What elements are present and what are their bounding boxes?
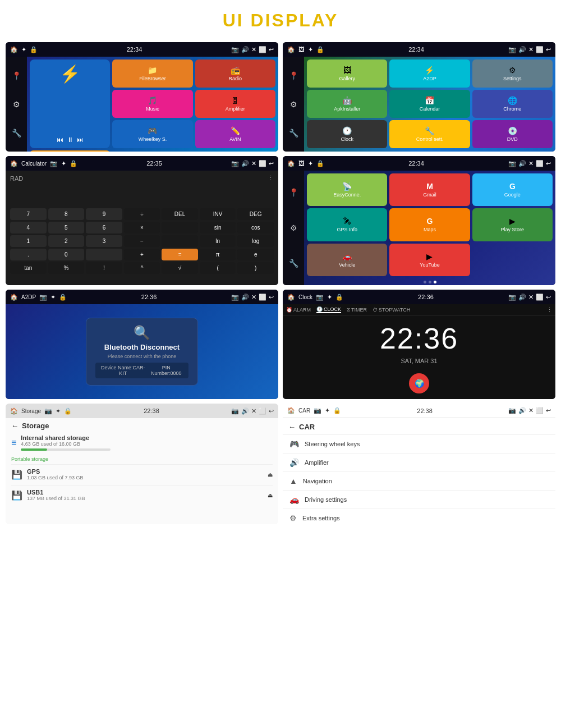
clock-fab-button[interactable]: 🌍 (409, 373, 429, 393)
calc-btn-pi[interactable]: π (200, 249, 236, 260)
close-icon-5[interactable]: ✕ (251, 294, 256, 301)
back-icon-8[interactable]: ↩ (546, 407, 551, 414)
location-icon-2[interactable]: 📍 (289, 71, 298, 80)
app-tile-playstore[interactable]: ▶ Play Store (472, 208, 553, 241)
app-tile-filebrowser[interactable]: 📁 FileBrowser (112, 59, 192, 88)
home-icon-2[interactable]: 🏠 (287, 46, 295, 53)
close-icon-8[interactable]: ✕ (528, 407, 534, 414)
app-tile-chrome[interactable]: 🌐 Chrome (472, 90, 553, 118)
app-tile-amplifier[interactable]: 🎛 Amplifier (195, 90, 275, 118)
calc-btn-e[interactable]: e (237, 249, 274, 260)
app-tile-calendar[interactable]: 📅 Calendar (389, 90, 470, 118)
usb1-eject-icon[interactable]: ⏏ (268, 492, 273, 498)
home-icon-6[interactable]: 🏠 (287, 294, 295, 301)
back-icon-4[interactable]: ↩ (546, 160, 551, 167)
car-menu-amplifier[interactable]: 🔊 Amplifier (283, 454, 555, 472)
calc-btn-inv[interactable]: INV (200, 208, 236, 220)
close-icon-3[interactable]: ✕ (251, 160, 256, 167)
calc-btn-3[interactable]: 3 (86, 235, 122, 247)
back-icon-7[interactable]: ↩ (269, 408, 274, 415)
app-tile-radio[interactable]: 📻 Radio (195, 59, 275, 88)
gear-icon-2[interactable]: 🔧 (289, 129, 298, 138)
home-icon-8[interactable]: 🏠 (287, 407, 295, 414)
settings-sliders-icon[interactable]: ⚙ (13, 100, 20, 109)
close-icon-4[interactable]: ✕ (528, 160, 534, 167)
location-icon[interactable]: 📍 (12, 71, 21, 80)
calc-btn-ln[interactable]: ln (200, 235, 236, 247)
calc-btn-0[interactable]: 0 (48, 249, 85, 260)
calc-btn-lparen[interactable]: ( (200, 262, 236, 274)
calc-btn-fact[interactable]: ! (86, 262, 122, 274)
app-tile-clock[interactable]: 🕐 Clock (307, 120, 387, 148)
close-icon-2[interactable]: ✕ (528, 46, 534, 53)
car-menu-steering[interactable]: 🎮 Steering wheel keys (283, 435, 555, 454)
tab-stopwatch[interactable]: ⏱STOPWATCH (373, 307, 410, 313)
calc-btn-cos[interactable]: cos (237, 222, 274, 233)
home-icon-3[interactable]: 🏠 (10, 160, 18, 167)
app-tile-dvd[interactable]: 💿 DVD (472, 120, 553, 148)
home-icon-7[interactable]: 🏠 (10, 408, 18, 415)
tab-alarm[interactable]: ⏰ALARM (286, 307, 311, 313)
app-tile-bluetooth[interactable]: ⚡ ⏮ ⏸ ⏭ (30, 59, 110, 148)
window-icon-4[interactable]: ⬜ (536, 160, 544, 167)
app-tile-easyconnect[interactable]: 📡 EasyConne. (307, 173, 387, 206)
tab-clock[interactable]: 🕐CLOCK (316, 306, 341, 313)
calc-btn-log[interactable]: log (237, 235, 274, 247)
car-menu-extra[interactable]: ⚙ Extra settings (283, 509, 555, 524)
home-icon-4[interactable]: 🏠 (287, 160, 295, 167)
app-tile-apkinstaller[interactable]: 🤖 ApkInstaller (307, 90, 387, 118)
calc-btn-8[interactable]: 8 (48, 208, 85, 220)
calc-menu-icon[interactable]: ⋮ (268, 175, 274, 182)
app-tile-control-settings[interactable]: 🔧 Control sett. (389, 120, 470, 148)
gear-icon-4[interactable]: 🔧 (289, 259, 298, 268)
app-tile-a2dp[interactable]: ⚡ A2DP (389, 59, 470, 88)
calc-btn-sqrt[interactable]: √ (162, 262, 198, 274)
car-back-arrow[interactable]: ← (288, 423, 296, 431)
car-menu-driving[interactable]: 🚗 Driving settings (283, 491, 555, 509)
calc-btn-sin[interactable]: sin (200, 222, 236, 233)
close-icon-7[interactable]: ✕ (251, 408, 256, 415)
app-tile-wheelkey[interactable]: 🎮 Wheelkey S. (112, 120, 192, 148)
app-tile-gpsinfo[interactable]: 🛰 GPS Info (307, 208, 387, 241)
calc-btn-pow[interactable]: ^ (124, 262, 160, 274)
back-icon-2[interactable]: ↩ (546, 46, 551, 53)
calc-btn-9[interactable]: 9 (86, 208, 122, 220)
app-tile-settings[interactable]: ⚙ Settings (472, 59, 553, 88)
back-icon-5[interactable]: ↩ (269, 294, 274, 301)
window-icon-3[interactable]: ⬜ (259, 160, 266, 167)
back-icon-6[interactable]: ↩ (546, 294, 551, 301)
back-arrow-icon[interactable]: ← (11, 422, 19, 430)
calc-btn-2[interactable]: 2 (48, 235, 85, 247)
app-tile-vehicle[interactable]: 🚗 Vehicle (307, 244, 387, 276)
calc-btn-deg[interactable]: DEG (237, 208, 274, 220)
calc-btn-5[interactable]: 5 (48, 222, 85, 233)
storage-back[interactable]: ← Storage (11, 422, 273, 430)
app-tile-gallery[interactable]: 🖼 Gallery (307, 59, 387, 88)
app-tile-gmail[interactable]: M Gmail (389, 173, 470, 206)
window-icon-7[interactable]: ⬜ (259, 408, 266, 415)
app-tile-calculator[interactable]: 🔢 Calculator (30, 150, 110, 152)
calc-btn-sub[interactable]: − (124, 235, 160, 247)
tab-timer[interactable]: ⧖TIMER (347, 307, 367, 313)
calc-btn-rparen[interactable]: ) (237, 262, 274, 274)
window-icon-8[interactable]: ⬜ (536, 407, 544, 414)
calc-btn-div[interactable]: ÷ (124, 208, 160, 220)
close-icon-6[interactable]: ✕ (528, 294, 534, 301)
gps-eject-icon[interactable]: ⏏ (268, 471, 273, 478)
app-tile-avin[interactable]: ✏️ AVIN (195, 120, 275, 148)
window-icon[interactable]: ⬜ (259, 46, 266, 53)
app-tile-youtube[interactable]: ▶ YouTube (389, 244, 470, 276)
home-icon[interactable]: 🏠 (10, 46, 18, 53)
calc-btn-add[interactable]: + (124, 249, 160, 260)
calc-btn-mul[interactable]: × (124, 222, 160, 233)
calc-btn-eq[interactable]: = (162, 249, 198, 260)
home-icon-5[interactable]: 🏠 (10, 294, 18, 301)
app-tile-google[interactable]: G Google (472, 173, 553, 206)
back-icon-3[interactable]: ↩ (269, 160, 274, 167)
window-icon-5[interactable]: ⬜ (259, 294, 266, 301)
close-icon[interactable]: ✕ (251, 46, 256, 53)
car-back[interactable]: ← CAR (283, 420, 555, 435)
window-icon-6[interactable]: ⬜ (536, 294, 544, 301)
back-icon[interactable]: ↩ (269, 46, 274, 53)
car-menu-navigation[interactable]: ▲ Navigation (283, 472, 555, 491)
